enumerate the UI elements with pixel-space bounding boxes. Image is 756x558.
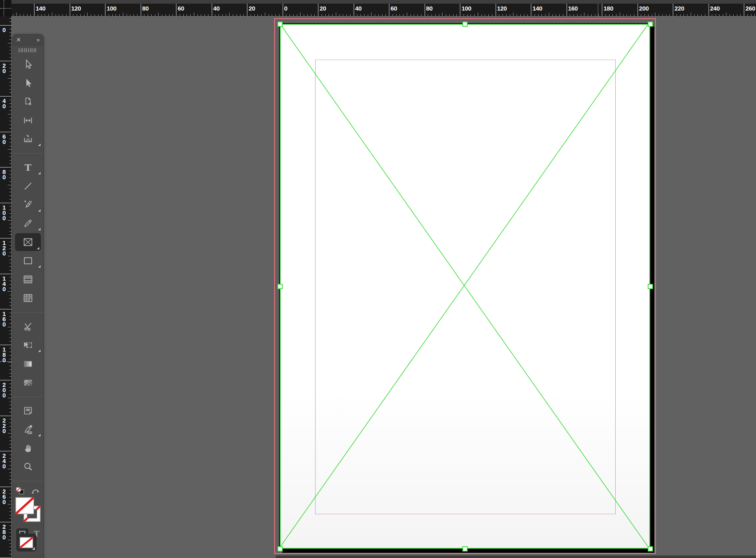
- selection-handle-top-center[interactable]: [462, 21, 468, 27]
- ruler-tick: [9, 490, 11, 490]
- ruler-tick: [0, 167, 11, 167]
- ruler-tick: [332, 14, 333, 16]
- hand-tool[interactable]: [13, 439, 43, 457]
- ruler-tick: [9, 157, 11, 157]
- ruler-tick: [740, 14, 741, 16]
- ruler-label: 2 0 0: [2, 382, 6, 398]
- free-transform-tool[interactable]: [13, 336, 43, 354]
- line-tool[interactable]: [13, 177, 43, 195]
- ruler-tick: [0, 25, 11, 26]
- ruler-tick: [8, 327, 11, 327]
- content-collector-tool[interactable]: [13, 130, 43, 148]
- selection-handle-top-right[interactable]: [648, 21, 653, 27]
- ruler-tick: [9, 313, 11, 313]
- gradient-swatch-tool[interactable]: [13, 354, 43, 373]
- tools-panel-header[interactable]: ✕ »: [13, 34, 43, 45]
- ruler-tick: [456, 14, 457, 16]
- ruler-tick: [9, 135, 11, 135]
- vertical-ruler[interactable]: 02 04 06 08 01 0 01 2 01 4 01 6 01 8 02 …: [0, 16, 12, 558]
- direct-selection-tool[interactable]: [13, 74, 43, 92]
- ruler-label: 100: [107, 5, 116, 12]
- default-fill-stroke-button[interactable]: [15, 487, 26, 497]
- type-tool[interactable]: T: [13, 158, 43, 177]
- swap-fill-stroke-button[interactable]: [30, 487, 41, 497]
- pen-tool[interactable]: [13, 195, 43, 214]
- gradient-icon: [22, 358, 34, 369]
- ruler-tick: [212, 4, 212, 16]
- ruler-tick: [77, 14, 77, 16]
- ruler-tick: [158, 13, 159, 16]
- ruler-tick: [754, 14, 755, 16]
- horizontal-grid-tool[interactable]: [13, 270, 43, 289]
- ruler-tick: [9, 554, 11, 554]
- ruler-tick: [567, 4, 567, 16]
- ruler-tick: [563, 14, 563, 16]
- ruler-origin-corner[interactable]: [0, 0, 11, 16]
- selected-graphics-frame[interactable]: [280, 24, 650, 549]
- ruler-tick: [9, 508, 11, 508]
- rectangle-tool[interactable]: [13, 251, 43, 270]
- frame-tool[interactable]: [13, 233, 43, 251]
- ruler-tick: [747, 14, 748, 16]
- page-tool[interactable]: [13, 92, 43, 111]
- ruler-tick: [0, 451, 11, 451]
- eyedropper-tool[interactable]: [13, 420, 43, 439]
- selection-tool[interactable]: [13, 55, 43, 74]
- ruler-tick: [9, 298, 11, 299]
- ruler-tick: [396, 14, 397, 16]
- selection-handle-middle-left[interactable]: [277, 284, 283, 289]
- ruler-tick: [9, 547, 11, 547]
- selection-handle-middle-right[interactable]: [648, 284, 653, 289]
- ruler-tick: [162, 14, 162, 16]
- fill-swatch-none[interactable]: [15, 497, 34, 516]
- horizontal-ruler[interactable]: 1601401201008060402002040608010012014016…: [0, 4, 756, 17]
- ruler-tick: [144, 14, 144, 16]
- ruler-label: 80: [426, 5, 433, 12]
- ruler-tick: [176, 4, 176, 16]
- ruler-tick: [364, 14, 365, 16]
- vertical-grid-tool[interactable]: [13, 289, 43, 307]
- ruler-tick: [648, 14, 649, 16]
- ruler-tick: [9, 54, 11, 54]
- horizontal-scrollbar-thumb[interactable]: [275, 555, 756, 558]
- ruler-tick: [0, 416, 11, 416]
- gradient-feather-tool[interactable]: [13, 373, 43, 392]
- ruler-tick: [169, 14, 170, 16]
- ruler-tick: [8, 185, 11, 185]
- selection-handle-bottom-left[interactable]: [277, 546, 283, 552]
- selection-handle-top-left[interactable]: [277, 21, 283, 27]
- ruler-tick: [744, 4, 744, 16]
- ruler-tick: [325, 14, 326, 16]
- scissors-tool[interactable]: [13, 317, 43, 336]
- close-panel-button[interactable]: ✕: [16, 37, 21, 43]
- ruler-tick: [254, 14, 255, 16]
- flyout-indicator-icon: [32, 547, 35, 550]
- note-tool[interactable]: [13, 401, 43, 420]
- ruler-tick: [666, 14, 666, 16]
- panel-drag-grip[interactable]: [13, 45, 43, 55]
- ruler-tick: [730, 14, 730, 16]
- ruler-tick: [9, 100, 11, 100]
- ruler-tick: [545, 14, 546, 16]
- ruler-label: 2 8 0: [2, 524, 6, 540]
- ruler-tick: [247, 4, 247, 16]
- ruler-tick: [48, 14, 49, 16]
- ruler-tick: [9, 331, 11, 331]
- selection-handle-bottom-right[interactable]: [648, 546, 653, 552]
- zoom-tool[interactable]: [13, 457, 43, 476]
- ruler-tick: [9, 550, 11, 551]
- expand-panel-button[interactable]: »: [37, 37, 40, 43]
- pencil-tool[interactable]: [13, 214, 43, 233]
- selection-handle-bottom-center[interactable]: [462, 546, 468, 552]
- ruler-tick: [0, 380, 11, 380]
- ruler-tick: [261, 14, 262, 16]
- ruler-tick: [9, 376, 11, 377]
- ruler-tick: [343, 14, 343, 16]
- ruler-tick: [449, 14, 450, 16]
- ruler-tick: [662, 14, 663, 16]
- gap-tool[interactable]: [13, 111, 43, 130]
- ruler-label: 8 0: [2, 169, 6, 180]
- ruler-tick: [8, 256, 11, 256]
- apply-none-button[interactable]: [16, 534, 37, 552]
- ruler-tick: [410, 14, 411, 16]
